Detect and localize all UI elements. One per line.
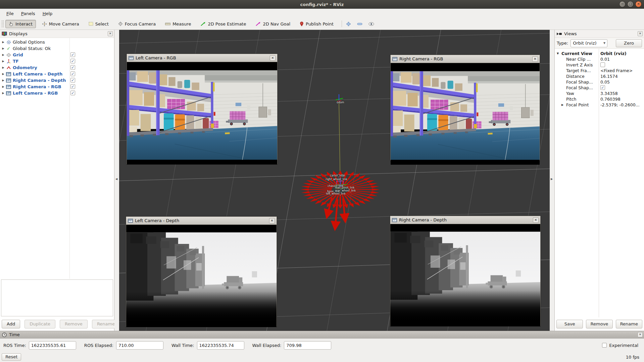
display-row-odometry[interactable]: ▶ Odometry (0, 64, 114, 71)
display-row-global-status[interactable]: ▶ ✓ Global Status: Ok (0, 45, 114, 52)
right-panel-collapse-strip[interactable]: ▶ (550, 30, 554, 331)
display-checkbox[interactable] (70, 71, 75, 76)
wall-elapsed-input[interactable] (284, 341, 331, 350)
left-panel-collapse-strip[interactable]: ◀ (114, 30, 119, 331)
property-row-current-view[interactable]: ▼ Current View Orbit (rviz) (555, 51, 644, 56)
views-type-row: Type: Orbit (rviz) ▼ Zero (555, 38, 644, 49)
property-row-focal-point[interactable]: ▶ Focal Point -2.5379; -0.2600... (555, 102, 644, 108)
views-remove-button[interactable]: Remove (586, 320, 612, 328)
display-checkbox[interactable] (70, 59, 75, 63)
camera-panel-close-icon[interactable]: ✕ (269, 218, 275, 223)
focus-crosshair-icon (118, 21, 123, 26)
display-row-left-camera-rgb[interactable]: ▶ Left Camera - RGB (0, 90, 114, 96)
tool-2d-pose-estimate[interactable]: 2D Pose Estimate (197, 20, 249, 28)
display-row-tf[interactable]: ▶ TF (0, 58, 114, 64)
add-button[interactable]: Add (2, 320, 20, 328)
expand-icon[interactable]: ▶ (1, 92, 5, 95)
property-row-invert-z[interactable]: Invert Z Axis (555, 62, 644, 68)
menu-file[interactable]: File (3, 10, 17, 17)
expand-icon[interactable]: ▶ (1, 66, 5, 69)
zoom-in-button[interactable] (346, 21, 351, 27)
expand-icon[interactable]: ▶ (1, 85, 5, 88)
expand-icon[interactable]: ▶ (1, 60, 5, 63)
toolbar-grip[interactable] (1, 20, 4, 28)
image-icon (129, 56, 134, 60)
invert-z-checkbox[interactable] (600, 62, 605, 67)
time-close-icon[interactable]: ✕ (638, 332, 643, 337)
property-row-focal-shape-size[interactable]: Focal Shap... 0.05 (555, 79, 644, 85)
display-checkbox[interactable] (70, 65, 75, 70)
display-checkbox[interactable] (70, 52, 75, 57)
close-button[interactable]: ✕ (635, 1, 642, 7)
ruler-icon (165, 22, 170, 26)
expand-icon[interactable]: ▶ (1, 47, 5, 50)
expand-icon[interactable]: ▶ (561, 103, 563, 106)
tool-move-camera[interactable]: Move Camera (39, 20, 83, 28)
camera-panel-titlebar[interactable]: Left Camera - RGB ✕ (127, 54, 277, 62)
experimental-checkbox[interactable] (602, 343, 607, 348)
menubar: File Panels Help (0, 9, 644, 18)
display-checkbox[interactable] (70, 84, 75, 89)
menu-panels[interactable]: Panels (17, 10, 39, 17)
display-row-global-options[interactable]: ▶ Global Options (0, 39, 114, 45)
property-row-focal-shape-fixed[interactable]: Focal Shap... (555, 85, 644, 91)
displays-buttons: Add Duplicate Remove Rename (0, 317, 114, 331)
minimize-button[interactable]: − (619, 1, 626, 7)
camera-panel-titlebar[interactable]: Right Camera - RGB ✕ (391, 55, 540, 63)
focal-shape-checkbox[interactable] (600, 85, 605, 90)
window-titlebar[interactable]: config.rviz* - RViz − □ ✕ (0, 0, 644, 9)
render-viewport-3d[interactable]: odom carter_lidar right_wheel_link chass… (119, 30, 550, 331)
display-row-grid[interactable]: ▶ Grid (0, 52, 114, 58)
visibility-button[interactable] (368, 22, 374, 26)
image-icon (128, 219, 133, 223)
display-row-left-camera-depth[interactable]: ▶ Left Camera - Depth (0, 71, 114, 77)
collapse-left-icon[interactable]: ◀ (115, 177, 117, 180)
display-row-right-camera-rgb[interactable]: ▶ Right Camera - RGB (0, 84, 114, 90)
save-button[interactable]: Save (556, 320, 583, 328)
expand-icon[interactable]: ▶ (1, 41, 5, 44)
tool-publish-point[interactable]: Publish Point (296, 20, 337, 28)
ros-time-input[interactable] (29, 341, 76, 350)
camera-panel-close-icon[interactable]: ✕ (270, 55, 276, 61)
displays-panel-header[interactable]: Displays ✕ (0, 30, 114, 38)
ros-elapsed-input[interactable] (116, 341, 163, 350)
camera-panel-titlebar[interactable]: Left Camera - Depth ✕ (126, 217, 277, 225)
displays-panel: Displays ✕ ▶ Global Options ▶ ✓ Global S… (0, 30, 114, 331)
display-checkbox[interactable] (70, 91, 75, 95)
tool-focus-camera[interactable]: Focus Camera (115, 20, 159, 28)
views-panel-header[interactable]: Views ✕ (555, 30, 644, 38)
reset-button[interactable]: Reset (2, 353, 21, 361)
camera-panel-titlebar[interactable]: Right Camera - Depth ✕ (390, 216, 540, 224)
property-row-target-frame[interactable]: Target Fra... <Fixed Frame> (555, 68, 644, 73)
property-row-yaw[interactable]: Yaw 3.34358 (555, 91, 644, 96)
expand-icon[interactable]: ▶ (1, 72, 5, 75)
collapse-expand-icon[interactable]: ▼ (557, 52, 559, 55)
expand-icon[interactable]: ▶ (1, 53, 5, 56)
time-panel-header[interactable]: Time ✕ (0, 331, 644, 339)
camera-panel-close-icon[interactable]: ✕ (533, 217, 539, 223)
property-row-pitch[interactable]: Pitch 0.760398 (555, 96, 644, 102)
views-rename-button[interactable]: Rename (616, 320, 642, 328)
wall-time-input[interactable] (197, 341, 244, 350)
expand-icon[interactable]: ▶ (1, 79, 5, 82)
collapse-right-icon[interactable]: ▶ (551, 177, 553, 180)
tool-2d-nav-goal[interactable]: 2D Nav Goal (252, 20, 294, 28)
view-type-select[interactable]: Orbit (rviz) ▼ (571, 39, 607, 47)
time-panel-title: Time (9, 332, 20, 337)
display-row-right-camera-depth[interactable]: ▶ Right Camera - Depth (0, 77, 114, 84)
menu-help[interactable]: Help (39, 10, 56, 17)
displays-close-icon[interactable]: ✕ (108, 31, 113, 36)
display-checkbox[interactable] (70, 78, 75, 83)
tool-select[interactable]: Select (85, 20, 112, 28)
views-close-icon[interactable]: ✕ (638, 31, 643, 36)
camera-panel-close-icon[interactable]: ✕ (532, 56, 538, 62)
tool-interact[interactable]: Interact (5, 20, 36, 28)
property-row-near-clip[interactable]: Near Clip ... 0.01 (555, 56, 644, 62)
experimental-option[interactable]: Experimental (602, 343, 638, 348)
zero-button[interactable]: Zero (616, 39, 642, 47)
tool-measure[interactable]: Measure (162, 20, 194, 28)
zoom-out-button[interactable] (357, 22, 362, 25)
property-row-distance[interactable]: Distance 16.1574 (555, 73, 644, 79)
maximize-button[interactable]: □ (627, 1, 634, 7)
status-bar: Reset 10 fps (0, 352, 644, 362)
